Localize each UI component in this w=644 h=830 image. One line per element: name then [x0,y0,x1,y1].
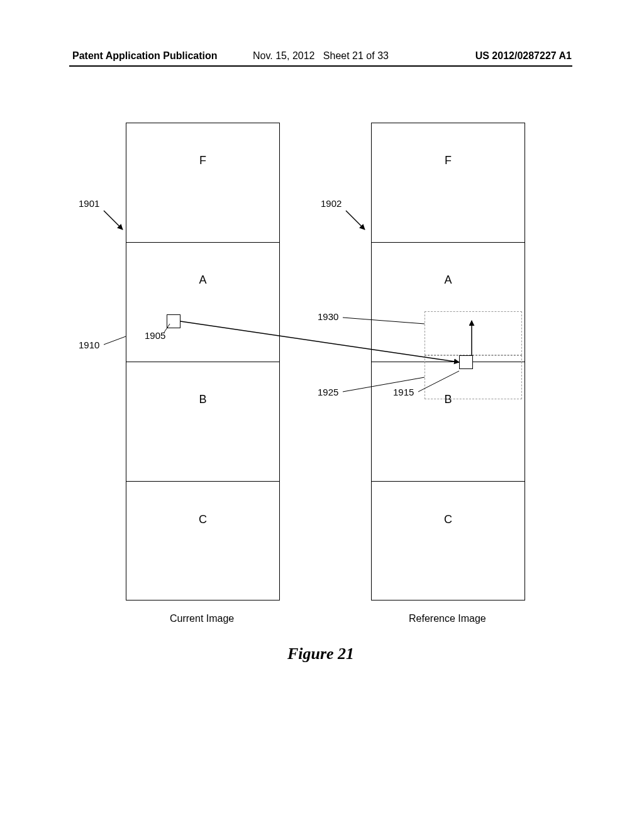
refnum-1925: 1925 [318,387,338,397]
row-B-left: B [126,362,279,482]
refnum-1902: 1902 [321,198,341,209]
block-1905 [167,314,180,328]
header-sheet: Sheet 21 of 33 [323,50,389,61]
header-date: Nov. 15, 2012 [253,50,314,61]
figure-diagram: F A B C F A B C Current Image Reference … [69,123,572,689]
svg-line-1 [346,211,365,230]
label-C: C [444,513,452,526]
current-image-column: F A B C [126,123,280,600]
label-B: B [199,393,206,406]
caption-reference: Reference Image [409,613,486,624]
label-A: A [199,274,206,287]
header-right: US 2012/0287227 A1 [475,50,572,62]
svg-line-0 [104,211,123,230]
search-window-1930 [425,311,522,355]
block-1915 [459,355,473,369]
refnum-1930: 1930 [318,311,338,322]
refnum-1905: 1905 [145,330,165,341]
patent-page: Patent Application Publication Nov. 15, … [0,0,644,830]
label-A: A [444,274,452,287]
refnum-1910: 1910 [79,340,99,350]
label-C: C [199,513,207,526]
figure-caption: Figure 21 [69,645,572,663]
search-window-1925 [425,355,522,399]
row-A-left: A [126,243,279,362]
row-F-left: F [126,123,279,243]
label-F: F [445,154,452,167]
svg-line-4 [104,336,126,345]
header-rule [69,65,572,67]
refnum-1901: 1901 [79,198,99,209]
row-C-left: C [126,482,279,601]
refnum-1915: 1915 [393,387,414,397]
label-F: F [199,154,206,167]
row-F-right: F [372,123,525,243]
header-center: Nov. 15, 2012 Sheet 21 of 33 [220,50,421,62]
header-left: Patent Application Publication [72,50,218,62]
caption-current: Current Image [170,613,234,624]
row-C-right: C [372,482,525,601]
